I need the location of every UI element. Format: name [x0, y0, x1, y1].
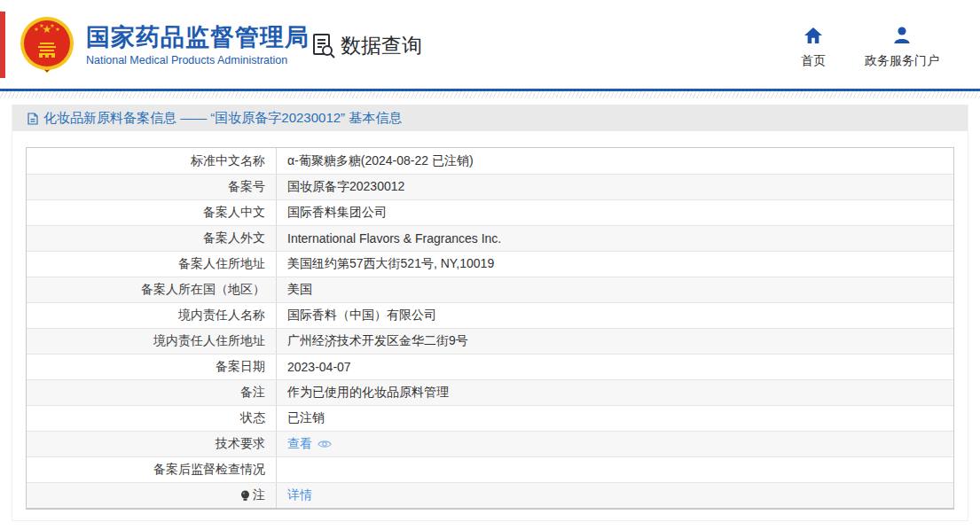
row-label: 标准中文名称 — [27, 148, 277, 174]
header: ★ ★ ★ ★ ★ 国家药品监督管理局 National Medical Pro… — [0, 0, 980, 89]
row-label: 备案日期 — [27, 355, 277, 379]
table-row: 备注作为已使用的化妆品原料管理 — [27, 379, 953, 405]
row-label: 备案人外文 — [27, 226, 277, 251]
red-strip-decoration — [0, 12, 5, 78]
row-label: 技术要求 — [27, 432, 277, 456]
content-card: 化妆品新原料备案信息 —— “国妆原备字20230012” 基本信息 标准中文名… — [12, 105, 968, 521]
hatch-band-decoration — [0, 91, 980, 98]
row-value: 详情 — [277, 483, 953, 508]
bulb-icon — [240, 490, 250, 502]
svg-text:★: ★ — [39, 23, 43, 28]
table-row: 备案人所在国（地区）美国 — [27, 277, 953, 302]
table-row: 备案人住所地址美国纽约第57西大街521号, NY,10019 — [27, 251, 953, 277]
document-icon — [27, 113, 38, 125]
row-value: 作为已使用的化妆品原料管理 — [277, 380, 953, 405]
table-row: 境内责任人名称国际香料（中国）有限公司 — [27, 302, 953, 328]
table-row: 备案人外文International Flavors & Fragrances … — [27, 225, 953, 251]
table-row: 备案人中文国际香料集团公司 — [27, 199, 953, 225]
row-value: 已注销 — [277, 406, 953, 431]
row-value: 查看 — [277, 432, 953, 456]
view-link[interactable]: 查看 — [287, 436, 312, 452]
nav-portal[interactable]: 政务服务门户 — [865, 27, 939, 69]
page-title-bar: 化妆品新原料备案信息 —— “国妆原备字20230012” 基本信息 — [12, 105, 968, 131]
info-table: 标准中文名称α-葡聚糖多糖(2024-08-22 已注销)备案号国妆原备字202… — [26, 147, 954, 510]
table-row: 注详情 — [27, 482, 953, 508]
row-value: 美国纽约第57西大街521号, NY,10019 — [277, 252, 953, 277]
svg-text:★: ★ — [50, 23, 54, 28]
table-row: 备案号国妆原备字20230012 — [27, 174, 953, 199]
nav-portal-label: 政务服务门户 — [865, 53, 939, 69]
user-icon — [892, 27, 912, 48]
row-label: 备案人中文 — [27, 200, 277, 225]
row-value — [277, 457, 953, 482]
row-label: 境内责任人住所地址 — [27, 329, 277, 354]
table-row: 境内责任人住所地址广州经济技术开发区金华二街9号 — [27, 328, 953, 354]
page-title: 化妆品新原料备案信息 —— “国妆原备字20230012” 基本信息 — [43, 110, 402, 127]
eye-icon[interactable] — [318, 439, 332, 449]
row-label: 境内责任人名称 — [27, 303, 277, 328]
national-emblem-logo: ★ ★ ★ ★ ★ — [20, 17, 74, 74]
data-query-nav[interactable]: 数据查询 — [312, 32, 422, 59]
row-value: 美国 — [277, 277, 953, 302]
row-label: 状态 — [27, 406, 277, 431]
row-value: 2023-04-07 — [277, 355, 953, 379]
row-value: 国际香料（中国）有限公司 — [277, 303, 953, 328]
brand: 国家药品监督管理局 National Medical Products Admi… — [86, 24, 310, 66]
nav-home[interactable]: 首页 — [801, 27, 826, 69]
row-label: 备案人住所地址 — [27, 252, 277, 277]
row-value: International Flavors & Fragrances Inc. — [277, 226, 953, 251]
row-value: 国际香料集团公司 — [277, 200, 953, 225]
table-row: 标准中文名称α-葡聚糖多糖(2024-08-22 已注销) — [27, 148, 953, 174]
brand-title: 国家药品监督管理局 — [86, 24, 310, 51]
table-row: 状态已注销 — [27, 405, 953, 431]
row-label: 备案号 — [27, 175, 277, 199]
details-link[interactable]: 详情 — [287, 487, 312, 503]
row-label: 备案后监督检查情况 — [27, 457, 277, 482]
row-value: 国妆原备字20230012 — [277, 175, 953, 199]
brand-subtitle: National Medical Products Administration — [86, 54, 310, 66]
table-row: 备案日期2023-04-07 — [27, 354, 953, 379]
top-nav: 首页 政务服务门户 — [801, 27, 939, 69]
table-row: 备案后监督检查情况 — [27, 456, 953, 482]
svg-text:★: ★ — [34, 27, 38, 32]
table-row: 技术要求查看 — [27, 431, 953, 456]
data-query-icon — [312, 33, 336, 58]
row-label: 备案人所在国（地区） — [27, 277, 277, 302]
data-query-label: 数据查询 — [341, 32, 422, 59]
row-value: 广州经济技术开发区金华二街9号 — [277, 329, 953, 354]
nav-home-label: 首页 — [801, 53, 826, 69]
row-label: 备注 — [27, 380, 277, 405]
row-label: 注 — [27, 483, 277, 508]
home-icon — [804, 27, 823, 48]
row-value: α-葡聚糖多糖(2024-08-22 已注销) — [277, 148, 953, 174]
svg-text:★: ★ — [55, 27, 59, 32]
